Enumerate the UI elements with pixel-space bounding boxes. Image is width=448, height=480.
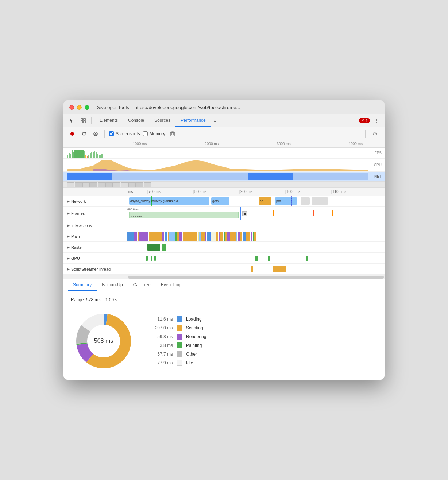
legend-painting: 3.8 ms Painting [151,342,206,348]
scriptstreamer-collapse-icon[interactable]: ▶ [67,267,70,271]
reload-record-button[interactable] [80,129,88,138]
gpu-row-content [127,253,385,263]
fps-row: FPS [63,148,385,159]
clear-button[interactable] [91,129,100,138]
tab-console[interactable]: Console [123,114,149,127]
more-options-icon[interactable]: ⋮ [371,116,382,126]
ruler-mark-4000: 4000 ms [349,142,363,146]
flamechart-scrollbar[interactable] [63,275,385,279]
legend-other-time: 57.7 ms [151,352,173,357]
network-row-label[interactable]: ▶ Network [63,196,127,206]
net-row: NET [63,172,385,181]
ruler-mark-3000: 3000 ms [277,142,290,146]
frame-marker-blue [240,207,241,220]
cursor-icon[interactable] [66,116,77,126]
ruler-tick-1000: 1000 ms [285,190,331,194]
gpu-block-4 [255,256,258,261]
tab-elements[interactable]: Elements [94,114,123,127]
scriptstreamer-row-label[interactable]: ▶ ScriptStreamerThread [63,264,127,274]
fps-label: FPS [375,151,382,155]
interactions-row-content [127,220,385,231]
raster-collapse-icon[interactable]: ▶ [67,245,70,249]
main-collapse-icon[interactable]: ▶ [67,235,70,238]
raster-row-content [127,242,385,252]
legend-painting-swatch [177,342,182,348]
flamechart[interactable]: ms 700 ms 800 ms 900 ms 1000 ms 1100 ms … [63,188,385,279]
legend-loading: 11.6 ms Loading [151,316,206,322]
tab-more[interactable]: » [211,114,220,127]
ruler-tick-800: 800 ms [193,190,239,194]
ruler-mark-1000: 1000 ms [133,142,147,146]
gpu-collapse-icon[interactable]: ▶ [67,256,70,260]
record-button[interactable] [68,129,77,138]
svg-point-4 [70,132,74,136]
net-bar-co[interactable]: co... [259,197,271,205]
svg-rect-6 [171,132,174,136]
ruler-tick-900: 900 ms [239,190,285,194]
tab-sources[interactable]: Sources [149,114,175,127]
minimize-button[interactable] [77,105,82,110]
tab-summary[interactable]: Summary [68,279,97,291]
net-bar-gray1[interactable] [301,197,310,205]
cpu-label: CPU [374,163,382,167]
frame-icon: ☰ [242,211,247,216]
scrollbar-thumb[interactable] [128,276,384,279]
main-row-label[interactable]: ▶ Main [63,231,127,241]
screenshots-checkbox[interactable] [109,131,114,136]
network-collapse-icon[interactable]: ▶ [67,200,70,203]
raster-row-label[interactable]: ▶ Raster [63,242,127,252]
screenshots-strip [63,181,385,188]
maximize-button[interactable] [85,105,89,110]
summary-chart-area: 508 ms 11.6 ms Loading 297.0 ms Scriptin… [71,308,377,374]
net-bar-pro[interactable]: pro... [275,197,297,205]
legend-rendering-time: 59.8 ms [151,334,173,339]
legend-scripting: 297.0 ms Scripting [151,325,206,331]
gpu-block-2 [151,256,152,261]
network-row-content: async_survey (survey.g.double a gets... … [127,196,385,206]
legend-rendering-label: Rendering [186,334,206,339]
legend-loading-swatch [177,316,182,322]
legend-rendering-swatch [177,334,182,340]
tab-bottomup[interactable]: Bottom-Up [97,279,128,291]
scriptstreamer-row: ▶ ScriptStreamerThread [63,264,385,275]
window-title: Developer Tools – https://developers.goo… [95,105,379,110]
ruler-marks: 1000 ms 2000 ms 3000 ms 4000 ms [67,142,381,146]
legend-idle: 77.9 ms Idle [151,360,206,366]
interactions-row-label[interactable]: ▶ Interactions [63,220,127,231]
memory-checkbox-label[interactable]: Memory [143,131,165,136]
network-row: ▶ Network async_survey (survey.g.double … [63,196,385,207]
frames-collapse-icon[interactable]: ▶ [67,212,70,215]
gpu-block-1 [146,256,148,261]
donut-total-label: 508 ms [94,338,113,344]
inspect-icon[interactable] [78,116,88,126]
legend-scripting-swatch [177,325,182,331]
raster-block-2 [162,244,166,251]
timeline-overview[interactable]: 1000 ms 2000 ms 3000 ms 4000 ms FPS [63,140,385,188]
frame-block-1[interactable]: 206·0 ms [129,212,239,218]
raster-row: ▶ Raster [63,242,385,253]
perf-divider-2 [365,130,366,138]
vline-red-right [244,196,244,206]
settings-button[interactable]: ⚙ [370,129,380,139]
interactions-collapse-icon[interactable]: ▶ [67,224,70,227]
summary-panel: Summary Bottom-Up Call Tree Event Log Ra… [63,279,385,380]
legend-idle-swatch [177,360,182,366]
close-button[interactable] [69,105,74,110]
net-bar-async-survey[interactable]: async_survey (survey.g.double a [129,197,209,205]
devtools-toolbar: Elements Console Sources Performance » ✕… [63,114,385,127]
ruler-tick-1100: 1100 ms [331,190,377,194]
gpu-row-label[interactable]: ▶ GPU [63,253,127,263]
screenshots-checkbox-label[interactable]: Screenshots [109,131,140,136]
trash-icon[interactable] [168,129,177,138]
net-bar-gets[interactable]: gets... [211,197,229,205]
frames-row-label[interactable]: ▶ Frames [63,207,127,220]
tab-eventlog[interactable]: Event Log [156,279,186,291]
memory-checkbox[interactable] [143,131,148,136]
net-bar-gray2[interactable] [312,197,328,205]
legend: 11.6 ms Loading 297.0 ms Scripting 59.8 … [151,316,206,366]
tab-performance[interactable]: Performance [175,114,211,127]
devtools-window: Developer Tools – https://developers.goo… [63,100,385,380]
tab-calltree[interactable]: Call Tree [128,279,156,291]
legend-other-swatch [177,351,182,357]
legend-painting-label: Painting [186,343,202,348]
